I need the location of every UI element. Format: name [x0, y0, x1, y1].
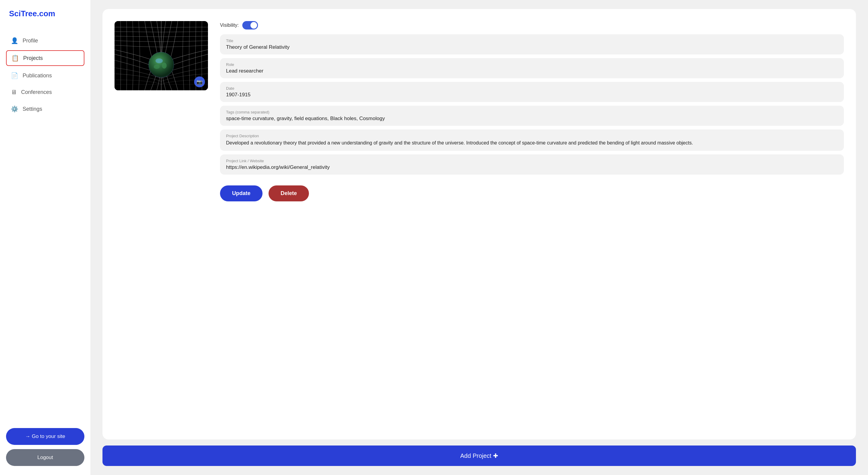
svg-point-2	[156, 58, 163, 63]
description-value: Developed a revolutionary theory that pr…	[226, 139, 838, 146]
sidebar-item-label-settings: Settings	[23, 106, 42, 112]
project-card: 📷 Visibility: Title Theory of General Re…	[102, 9, 856, 439]
main-content: 📷 Visibility: Title Theory of General Re…	[90, 0, 868, 475]
svg-point-4	[154, 65, 160, 69]
settings-icon: ⚙️	[11, 105, 19, 112]
project-image-wrapper: 📷	[115, 21, 208, 90]
sidebar: SciTree.com 👤 Profile 📋 Projects 📄 Publi…	[0, 0, 90, 475]
title-label: Title	[226, 38, 838, 43]
conferences-icon: 🖥	[11, 89, 17, 96]
date-label: Date	[226, 86, 838, 91]
project-image-bg	[115, 21, 208, 90]
title-value: Theory of General Relativity	[226, 44, 838, 50]
link-field[interactable]: Project Link / Website https://en.wikipe…	[220, 155, 844, 175]
link-label: Project Link / Website	[226, 159, 838, 163]
profile-icon: 👤	[11, 37, 19, 44]
action-buttons: Update Delete	[220, 185, 844, 201]
project-fields: Visibility: Title Theory of General Rela…	[220, 21, 844, 201]
camera-icon: 📷	[196, 79, 203, 85]
visibility-label: Visibility:	[220, 23, 239, 28]
sidebar-item-projects[interactable]: 📋 Projects	[6, 50, 84, 66]
description-label: Project Description	[226, 134, 838, 138]
date-field[interactable]: Date 1907-1915	[220, 82, 844, 102]
tags-value: space-time curvature, gravity, field equ…	[226, 115, 838, 122]
sidebar-item-conferences[interactable]: 🖥 Conferences	[6, 85, 84, 99]
role-value: Lead researcher	[226, 68, 838, 74]
goto-site-button[interactable]: → Go to your site	[6, 428, 84, 445]
svg-point-3	[162, 63, 167, 69]
nav-menu: 👤 Profile 📋 Projects 📄 Publications 🖥 Co…	[6, 33, 84, 422]
spacetime-grid-svg	[115, 21, 208, 90]
update-button[interactable]: Update	[220, 185, 262, 201]
sidebar-bottom: → Go to your site Logout	[6, 428, 84, 466]
project-form: 📷 Visibility: Title Theory of General Re…	[115, 21, 844, 201]
project-image-section: 📷	[115, 21, 208, 90]
sidebar-item-label-projects: Projects	[23, 55, 43, 61]
date-value: 1907-1915	[226, 92, 838, 98]
publications-icon: 📄	[11, 72, 19, 79]
sidebar-item-publications[interactable]: 📄 Publications	[6, 68, 84, 83]
sidebar-item-label-profile: Profile	[23, 38, 38, 44]
sidebar-item-settings[interactable]: ⚙️ Settings	[6, 102, 84, 116]
role-label: Role	[226, 62, 838, 67]
add-project-button[interactable]: Add Project ✚	[102, 445, 856, 466]
sidebar-item-label-conferences: Conferences	[21, 89, 52, 95]
visibility-row: Visibility:	[220, 21, 844, 30]
link-value: https://en.wikipedia.org/wiki/General_re…	[226, 164, 838, 170]
sidebar-item-label-publications: Publications	[23, 72, 52, 79]
title-field[interactable]: Title Theory of General Relativity	[220, 34, 844, 55]
visibility-toggle[interactable]	[242, 21, 258, 30]
projects-icon: 📋	[11, 55, 19, 62]
tags-field[interactable]: Tags (comma separated) space-time curvat…	[220, 106, 844, 126]
description-field[interactable]: Project Description Developed a revoluti…	[220, 129, 844, 151]
tags-label: Tags (comma separated)	[226, 110, 838, 114]
site-logo: SciTree.com	[6, 9, 84, 19]
logout-button[interactable]: Logout	[6, 449, 84, 466]
role-field[interactable]: Role Lead researcher	[220, 58, 844, 78]
delete-button[interactable]: Delete	[269, 185, 309, 201]
sidebar-item-profile[interactable]: 👤 Profile	[6, 33, 84, 48]
camera-button[interactable]: 📷	[194, 76, 205, 87]
